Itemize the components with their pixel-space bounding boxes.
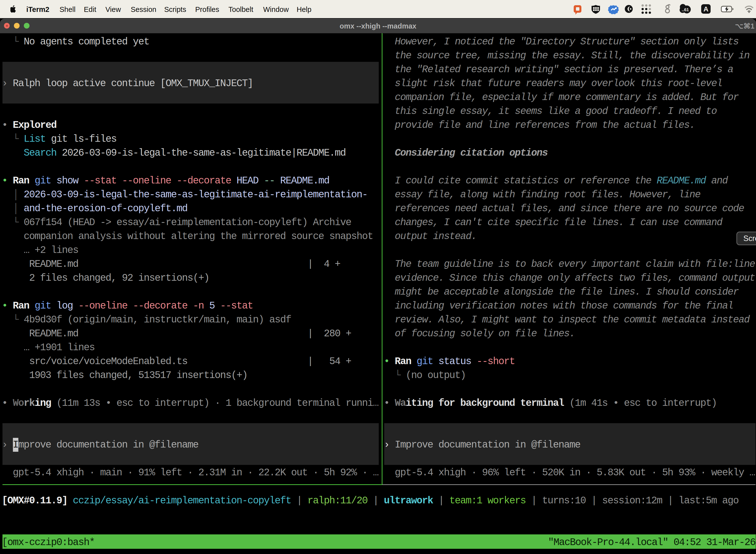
svg-text:A: A	[703, 5, 708, 13]
svg-text:..61: ..61	[682, 7, 689, 12]
